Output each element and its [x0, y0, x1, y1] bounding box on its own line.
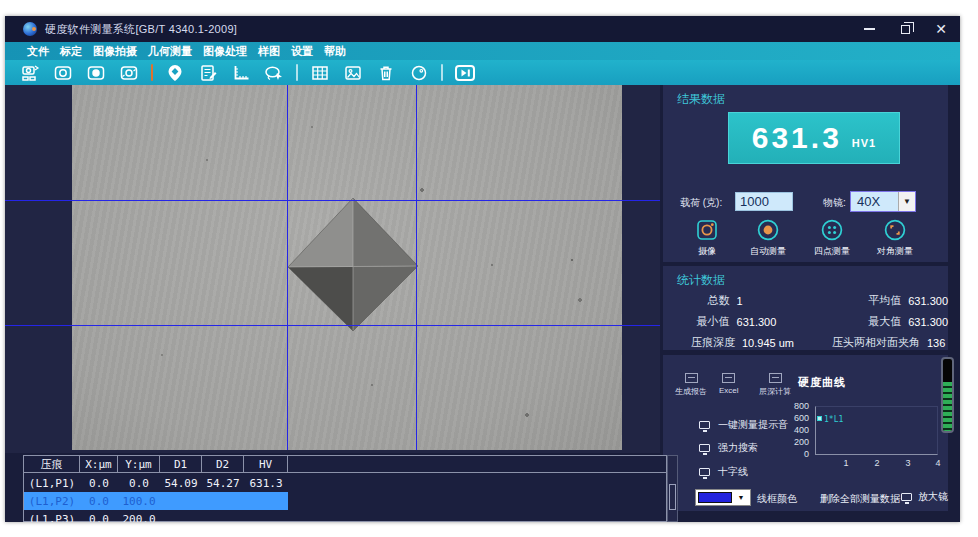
- grid-vline: [416, 85, 417, 450]
- objective-label: 物镜:: [823, 196, 846, 210]
- close-icon: ✕: [935, 22, 947, 36]
- col-x[interactable]: X:μm: [80, 456, 118, 472]
- hardness-value: 631.3: [752, 121, 842, 155]
- objective-value: 40X: [851, 192, 898, 211]
- statistics-panel: 统计数据 总数 1 平均值 631.300 最小值 631.300 最大值 63…: [663, 266, 948, 350]
- toolbar-divider: [151, 64, 153, 81]
- x-tick: 2: [872, 458, 882, 468]
- maximize-icon: [901, 25, 910, 34]
- menu-image-capture[interactable]: 图像拍摄: [93, 44, 137, 59]
- lasso-select-icon[interactable]: [263, 62, 285, 84]
- menu-settings[interactable]: 设置: [291, 44, 313, 59]
- menu-image-processing[interactable]: 图像处理: [203, 44, 247, 59]
- y-tick: 0: [781, 449, 809, 459]
- table-scrollbar[interactable]: [667, 455, 678, 522]
- beep-toggle[interactable]: 一键测量提示音: [699, 418, 788, 432]
- menu-sample-image[interactable]: 样图: [258, 44, 280, 59]
- col-d2[interactable]: D2: [202, 456, 244, 472]
- hardness-display: 631.3 HV1: [728, 112, 900, 164]
- camera-snapshot-icon[interactable]: [85, 62, 107, 84]
- monitor-icon: [699, 421, 710, 429]
- maximize-button[interactable]: [894, 20, 916, 38]
- minimize-icon: [864, 28, 875, 30]
- load-label: 载荷 (克):: [680, 196, 722, 210]
- wire-color-select[interactable]: ▼: [695, 489, 751, 506]
- y-tick: 800: [781, 401, 809, 411]
- x-tick: 1: [841, 458, 851, 468]
- chart-title: 硬度曲线: [798, 375, 846, 390]
- toolbar-divider: [441, 64, 443, 81]
- toolbar: [5, 60, 960, 85]
- report-edit-icon[interactable]: [197, 62, 219, 84]
- scrollbar-thumb[interactable]: [669, 484, 676, 510]
- min-label: 最小值: [663, 314, 730, 329]
- ruler-measure-icon[interactable]: [230, 62, 252, 84]
- delete-all-data-button[interactable]: 删除全部测量数据: [820, 492, 900, 506]
- four-point-measure-button[interactable]: 四点测量: [804, 218, 860, 258]
- capture-save-icon[interactable]: [19, 62, 41, 84]
- indenter-angle-label: 压头两相对面夹角: [802, 335, 920, 350]
- color-swatch: [698, 492, 732, 503]
- col-indent[interactable]: 压痕: [24, 456, 80, 472]
- table-row-selected[interactable]: (L1,P2) 0.0 100.0: [24, 492, 288, 510]
- col-hv[interactable]: HV: [244, 456, 288, 472]
- data-point-label: 1*L1: [824, 415, 843, 424]
- max-value: 631.300: [908, 316, 948, 328]
- menu-help[interactable]: 帮助: [324, 44, 346, 59]
- camera-refresh-icon[interactable]: [118, 62, 140, 84]
- menu-geometry-measure[interactable]: 几何测量: [148, 44, 192, 59]
- data-point-marker: [817, 416, 822, 421]
- avg-value: 631.300: [908, 295, 948, 307]
- strong-search-toggle[interactable]: 强力搜索: [699, 441, 758, 455]
- microscope-image[interactable]: [72, 85, 622, 450]
- data-table-icon[interactable]: [309, 62, 331, 84]
- total-value: 1: [737, 295, 793, 307]
- diagonal-measure-button[interactable]: 对角测量: [867, 218, 923, 258]
- case-depth-calc-icon: [769, 373, 782, 383]
- menu-calibration[interactable]: 标定: [60, 44, 82, 59]
- camera-capture-button[interactable]: 摄像: [679, 218, 735, 258]
- avg-label: 平均值: [792, 293, 901, 308]
- magnifier-button[interactable]: 放大镜: [901, 490, 948, 504]
- toolbar-divider: [296, 64, 298, 81]
- x-tick: 3: [903, 458, 913, 468]
- lens-icon[interactable]: [408, 62, 430, 84]
- report-icon: [685, 373, 698, 383]
- app-icon: [23, 22, 37, 36]
- table-row[interactable]: (L1,P1) 0.0 0.0 54.09 54.27 631.3: [24, 474, 288, 492]
- specimen-canvas[interactable]: [5, 85, 660, 453]
- result-header: 结果数据: [677, 91, 725, 108]
- depth-value: 10.945 um: [742, 337, 802, 349]
- run-next-icon[interactable]: [454, 62, 476, 84]
- diagonal-measure-icon: [883, 218, 907, 242]
- max-label: 最大值: [792, 314, 901, 329]
- menu-file[interactable]: 文件: [27, 44, 49, 59]
- wire-color-label: 线框颜色: [757, 492, 797, 506]
- statistics-header: 统计数据: [677, 272, 725, 289]
- indenter-angle-value: 136: [927, 337, 945, 349]
- case-depth-calc-button[interactable]: 层深计算: [759, 373, 791, 397]
- crosshair-toggle[interactable]: 十字线: [699, 465, 748, 479]
- hardness-unit: HV1: [852, 137, 876, 149]
- auto-measure-button[interactable]: 自动测量: [740, 218, 796, 258]
- col-y[interactable]: Y:μm: [118, 456, 160, 472]
- table-row[interactable]: (L1,P3) 0.0 200.0: [24, 510, 288, 522]
- marker-pin-icon[interactable]: [164, 62, 186, 84]
- col-d1[interactable]: D1: [160, 456, 202, 472]
- monitor-icon: [699, 444, 710, 452]
- close-button[interactable]: ✕: [930, 20, 952, 38]
- camera-icon[interactable]: [52, 62, 74, 84]
- load-input[interactable]: [735, 192, 793, 211]
- image-view-icon[interactable]: [342, 62, 364, 84]
- delete-trash-icon[interactable]: [375, 62, 397, 84]
- generate-report-button[interactable]: 生成报告: [675, 373, 707, 397]
- hardness-curve-plot: 1*L1: [815, 406, 938, 455]
- grid-vline: [287, 85, 288, 450]
- app-window: 硬度软件测量系统[GB/T 4340.1-2009] ✕ 文件 标定 图像拍摄 …: [5, 16, 960, 522]
- objective-select[interactable]: 40X ▼: [850, 191, 916, 212]
- total-label: 总数: [663, 293, 730, 308]
- minimize-button[interactable]: [858, 20, 880, 38]
- excel-export-button[interactable]: Excel: [719, 373, 739, 395]
- focus-level-indicator: [941, 357, 954, 433]
- grid-hline: [5, 200, 660, 201]
